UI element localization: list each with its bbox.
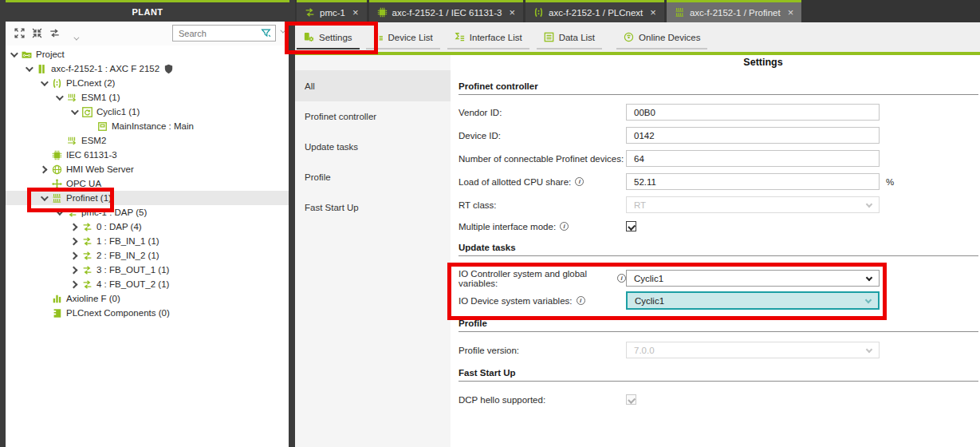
- compare-arrows-icon[interactable]: [49, 28, 60, 38]
- io-controller-dropdown[interactable]: Cyclic1: [626, 270, 880, 287]
- subnav-item-profile[interactable]: Profile: [295, 162, 451, 192]
- plcnext-icon: [533, 7, 544, 18]
- search-box[interactable]: [172, 25, 276, 42]
- online-devices-button[interactable]: Online Devices: [616, 26, 707, 49]
- tree-item-hmi-web-server[interactable]: HMI Web Server: [6, 162, 289, 176]
- tree-item-1-fb-in-1[interactable]: 1 : FB_IN_1 (1): [6, 234, 289, 248]
- swap-arrows-icon: [82, 265, 92, 275]
- tree-item-3-fb-out-1[interactable]: 3 : FB_OUT_1 (1): [6, 263, 289, 277]
- collapse-all-icon[interactable]: [32, 28, 42, 38]
- close-icon[interactable]: ×: [650, 7, 656, 18]
- chevron-down-icon[interactable]: [56, 208, 64, 216]
- device-list-icon: [373, 32, 384, 42]
- tab-profinet[interactable]: axc-f-2152-1 / Profinet ×: [667, 0, 801, 22]
- globe-icon: [52, 164, 62, 175]
- button-label: Interface List: [470, 33, 522, 42]
- io-device-dropdown[interactable]: Cyclic1: [626, 291, 880, 310]
- data-list-button[interactable]: Data List: [537, 26, 602, 49]
- info-icon[interactable]: i: [560, 222, 569, 231]
- tree-item-esm1[interactable]: ESM1 (1): [6, 90, 289, 105]
- vendor-id-row: Vendor ID:: [459, 104, 978, 121]
- swap-arrows-icon: [82, 251, 92, 261]
- close-icon[interactable]: ×: [509, 7, 515, 18]
- chevron-down-icon[interactable]: [41, 193, 49, 201]
- rt-class-value: RT: [634, 200, 646, 210]
- io-controller-row: IO Controller system and global variable…: [459, 270, 978, 287]
- subnav-item-update-tasks[interactable]: Update tasks: [295, 132, 451, 162]
- tree-label: ESM1 (1): [81, 93, 120, 102]
- rt-class-row: RT class: RT: [459, 196, 978, 213]
- tree-item-pmc-1[interactable]: pmc-1 : DAP (5): [6, 205, 289, 220]
- tree-label: IEC 61131-3: [66, 150, 117, 160]
- tab-label: axc-f-2152-1 / Profinet: [690, 8, 781, 18]
- tree-item-opc-ua[interactable]: OPC UA: [6, 176, 289, 191]
- device-list-button[interactable]: Device List: [366, 26, 440, 49]
- chevron-right-icon[interactable]: [70, 237, 78, 245]
- tab-iec-61131-3[interactable]: axc-f-2152-1 / IEC 61131-3 ×: [369, 0, 523, 22]
- chevron-right-icon[interactable]: [40, 165, 48, 173]
- tree-label: 0 : DAP (4): [96, 222, 142, 231]
- subnav-item-profinet-controller[interactable]: Profinet controller: [295, 101, 451, 132]
- tree-item-plcnext[interactable]: PLCnext (2): [6, 76, 289, 90]
- interface-list-button[interactable]: Interface List: [447, 26, 529, 49]
- tree-item-esm2[interactable]: ESM2: [6, 133, 289, 148]
- tree-item-iec-61131-3[interactable]: IEC 61131-3: [6, 148, 289, 162]
- chevron-down-icon[interactable]: [26, 64, 33, 72]
- io-device-label: IO Device system variables:i: [459, 296, 626, 306]
- multiple-interface-checkbox[interactable]: [626, 221, 636, 231]
- device-id-field[interactable]: [626, 127, 880, 144]
- profile-version-value: 7.0.0: [634, 346, 655, 355]
- editor-tab-bar: pmc-1 × axc-f-2152-1 / IEC 61131-3 × axc…: [295, 0, 980, 22]
- chevron-down-icon[interactable]: [71, 107, 79, 115]
- chevron-down-icon[interactable]: [41, 78, 49, 86]
- chevron-right-icon[interactable]: [70, 280, 78, 288]
- cpu-share-field[interactable]: [626, 173, 880, 190]
- chevron-down-icon: [865, 297, 872, 303]
- shield-icon: [163, 64, 174, 74]
- chevron-right-icon[interactable]: [70, 266, 78, 274]
- esm-task-icon: [67, 93, 77, 103]
- tree-item-axc-f-2152-1[interactable]: axc-f-2152-1 : AXC F 2152: [6, 61, 289, 76]
- chevron-down-icon[interactable]: [10, 49, 18, 57]
- connectable-devices-row: Number of connectable Profinet devices:: [459, 150, 978, 167]
- tree-item-0-dap[interactable]: 0 : DAP (4): [6, 220, 289, 234]
- chevron-down-icon[interactable]: [56, 93, 64, 101]
- chevron-down-icon: [866, 201, 872, 208]
- close-icon[interactable]: ×: [788, 7, 794, 18]
- close-icon[interactable]: ×: [352, 7, 359, 18]
- tree-item-project[interactable]: Project: [6, 47, 289, 61]
- connectable-devices-field[interactable]: [626, 150, 880, 167]
- panel-overflow-chevron-icon[interactable]: [280, 28, 285, 34]
- settings-button[interactable]: Settings: [297, 26, 360, 49]
- search-filter-icon[interactable]: [261, 28, 271, 38]
- io-controller-value: Cyclic1: [634, 274, 663, 283]
- multiple-interface-label: Multiple interface mode:i: [459, 222, 626, 231]
- tab-pmc-1[interactable]: pmc-1 ×: [297, 0, 367, 22]
- swap-arrows-icon: [82, 279, 92, 290]
- tree-item-profinet[interactable]: Profinet (1): [6, 191, 289, 205]
- button-label: Device List: [388, 33, 433, 42]
- subnav-item-fast-start-up[interactable]: Fast Start Up: [295, 192, 451, 223]
- vendor-id-field[interactable]: [626, 104, 880, 121]
- overflow-chevron-icon[interactable]: [73, 35, 79, 41]
- search-input[interactable]: [173, 29, 261, 38]
- tree-item-2-fb-in-2[interactable]: 2 : FB_IN_2 (1): [6, 248, 289, 263]
- section-heading-fast-start-up: Fast Start Up: [459, 368, 978, 382]
- tree-item-axioline-f[interactable]: Axioline F (0): [6, 291, 289, 306]
- tree-item-maininstance[interactable]: MainInstance : Main: [6, 119, 289, 133]
- dcp-hello-label: DCP hello supported:: [459, 395, 626, 405]
- tree-item-4-fb-out-2[interactable]: 4 : FB_OUT_2 (1): [6, 277, 289, 291]
- tree-item-cyclic1[interactable]: Cyclic1 (1): [6, 105, 289, 119]
- info-icon[interactable]: i: [617, 274, 626, 283]
- settings-content: Settings Profinet controller Vendor ID: …: [451, 55, 980, 447]
- tree-item-plcnext-components[interactable]: PLCnext Components (0): [6, 306, 289, 320]
- subnav-item-all[interactable]: All: [295, 70, 451, 101]
- tab-plcnext[interactable]: axc-f-2152-1 / PLCnext ×: [525, 0, 664, 22]
- chevron-right-icon[interactable]: [70, 251, 78, 259]
- chevron-right-icon[interactable]: [70, 223, 78, 231]
- info-icon[interactable]: i: [575, 177, 584, 186]
- expand-all-icon[interactable]: [14, 28, 25, 38]
- swap-arrows-icon: [67, 208, 77, 218]
- data-list-icon: [544, 32, 554, 42]
- info-icon[interactable]: i: [577, 296, 585, 305]
